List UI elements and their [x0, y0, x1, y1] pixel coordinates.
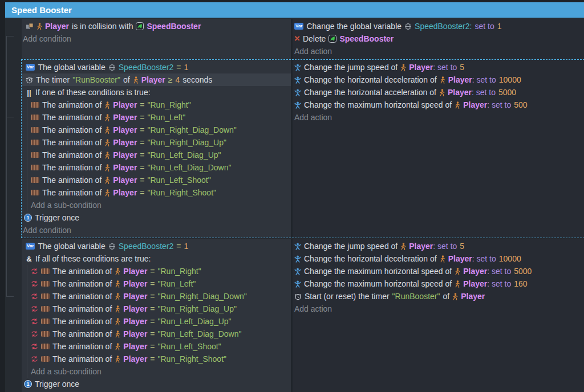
add-action-button[interactable]: Add action — [293, 45, 584, 58]
animation-icon — [31, 165, 39, 170]
of-text: of — [123, 75, 130, 84]
action-start-timer[interactable]: Start (or reset) the timer "RunBooster" … — [293, 290, 584, 303]
condition-collision[interactable]: Player is in collision with SpeedBooster — [22, 20, 291, 32]
animation-icon — [41, 318, 50, 324]
globe-icon — [404, 23, 412, 30]
condition-trigger-once[interactable]: 1 Trigger once — [22, 211, 291, 224]
timer-icon — [294, 293, 302, 300]
invert-condition-icon — [31, 318, 38, 325]
action-max-horizontal-speed[interactable]: Change the maximum horizontal speed of P… — [293, 99, 584, 111]
sub-condition-animation[interactable]: The animation of Player = "Run_Right_Sho… — [27, 186, 291, 199]
player-icon — [115, 343, 120, 350]
collision-icon — [26, 23, 34, 30]
condition-or-group[interactable]: || If one of these conditions is true: — [22, 86, 291, 99]
animation-icon — [41, 331, 50, 337]
add-sub-condition-button[interactable]: Add a sub-condition — [27, 199, 291, 211]
player-icon — [104, 164, 110, 172]
sub-condition-animation-inverted[interactable]: The animation of Player = "Run_Right" — [27, 265, 291, 277]
action-delete-object[interactable]: × Delete SpeedBooster — [293, 32, 584, 45]
suffix-text: seconds — [182, 75, 212, 84]
add-sub-condition-button[interactable]: Add a sub-condition — [27, 365, 291, 378]
sub-condition-animation[interactable]: The animation of Player = "Run_Left" — [27, 111, 291, 124]
event-group-title: Speed Booster — [11, 5, 72, 15]
value: 4 — [175, 75, 180, 84]
sub-condition-animation-inverted[interactable]: The animation of Player = "Run_Left_Diag… — [27, 315, 291, 328]
event1-conditions-column: Player is in collision with SpeedBooster… — [22, 19, 291, 59]
sub-condition-animation[interactable]: The animation of Player = "Run_Right_Dia… — [27, 124, 291, 136]
condition-text: is in collision with — [72, 22, 133, 31]
set-to-text: set to — [474, 22, 494, 31]
player-icon — [400, 243, 406, 250]
globe-icon — [108, 243, 116, 250]
condition-text: The global variable — [38, 242, 105, 251]
add-condition-button[interactable]: Add condition — [22, 224, 291, 236]
player-icon — [104, 114, 110, 121]
delete-icon: × — [294, 34, 300, 43]
gutter-tick — [6, 36, 14, 36]
object-name: SpeedBooster — [339, 34, 394, 43]
invert-condition-icon — [31, 330, 38, 337]
object-name: Player — [461, 292, 485, 301]
action-jump-speed[interactable]: Change the jump speed of Player: set to … — [293, 240, 584, 252]
invert-condition-icon — [31, 343, 38, 350]
operator: = — [176, 242, 181, 251]
sub-condition-animation-inverted[interactable]: The animation of Player = "Run_Left" — [27, 277, 291, 290]
condition-text: The global variable — [38, 63, 105, 72]
invert-condition-icon — [31, 356, 38, 362]
action-horizontal-deceleration[interactable]: Change the horizontal deceleration of Pl… — [293, 252, 584, 265]
action-max-horizontal-speed[interactable]: Change the maximum horizontal speed of P… — [293, 277, 584, 290]
operator: = — [176, 63, 181, 72]
player-icon — [104, 152, 110, 159]
event-group-header[interactable]: Speed Booster — [5, 2, 584, 18]
action-horizontal-deceleration[interactable]: Change the horizontal deceleration of Pl… — [293, 74, 584, 86]
sub-condition-animation[interactable]: The animation of Player = "Run_Right" — [27, 99, 291, 111]
add-action-button[interactable]: Add action — [293, 303, 584, 315]
player-icon — [115, 305, 120, 313]
animation-icon — [31, 177, 39, 183]
add-action-button[interactable]: Add action — [293, 111, 584, 124]
action-set-global-variable[interactable]: Var Change the global variable SpeedBoos… — [293, 20, 584, 32]
or-icon: || — [26, 88, 33, 97]
sub-condition-animation[interactable]: The animation of Player = "Run_Right_Dia… — [27, 136, 291, 149]
player-icon — [452, 293, 458, 300]
sub-condition-animation-inverted[interactable]: The animation of Player = "Run_Left_Diag… — [27, 328, 291, 340]
player-icon — [36, 23, 42, 30]
condition-global-variable[interactable]: Var The global variable SpeedBooster2 = … — [22, 240, 291, 252]
condition-timer[interactable]: The timer "RunBooster" of Player ≥ 4 sec… — [22, 74, 291, 86]
sub-condition-animation-inverted[interactable]: The animation of Player = "Run_Right_Dia… — [27, 303, 291, 315]
player-icon — [133, 76, 139, 84]
platformer-behavior-icon — [294, 89, 301, 96]
gutter-tick — [6, 296, 14, 297]
animation-icon — [41, 306, 50, 312]
action-max-horizontal-speed[interactable]: Change the maximum horizontal speed of P… — [293, 265, 584, 277]
variable-icon: Var — [294, 23, 303, 30]
and-icon: & — [26, 255, 33, 263]
event2-actions-column: Change the jump speed of Player: set to … — [293, 60, 584, 238]
sub-condition-animation[interactable]: The animation of Player = "Run_Left_Diag… — [27, 149, 291, 161]
condition-trigger-once[interactable]: 1 Trigger once — [22, 378, 291, 390]
event2-conditions-column: Var The global variable SpeedBooster2 = … — [22, 60, 291, 238]
object-name: Player — [141, 75, 165, 84]
animation-icon — [41, 344, 50, 349]
condition-global-variable[interactable]: Var The global variable SpeedBooster2 = … — [22, 61, 291, 74]
variable-icon: Var — [26, 243, 35, 250]
condition-and-group[interactable]: & If all of these conditions are true: — [22, 252, 291, 265]
sub-condition-animation-inverted[interactable]: The animation of Player = "Run_Right_Sho… — [27, 353, 291, 365]
sub-condition-animation[interactable]: The animation of Player = "Run_Left_Diag… — [27, 161, 291, 174]
timer-name: "RunBooster" — [72, 75, 120, 84]
action-jump-speed[interactable]: Change the jump speed of Player: set to … — [293, 61, 584, 74]
animation-icon — [41, 281, 50, 287]
add-condition-button[interactable]: Add condition — [22, 32, 291, 45]
platformer-behavior-icon — [294, 243, 301, 250]
object-name: Player — [45, 22, 69, 31]
platformer-behavior-icon — [294, 268, 301, 275]
player-icon — [455, 101, 460, 109]
action-horizontal-acceleration[interactable]: Change the horizontal acceleration of Pl… — [293, 86, 584, 99]
animation-icon — [31, 190, 39, 195]
variable-icon: Var — [26, 64, 35, 71]
sub-condition-animation[interactable]: The animation of Player = "Run_Left_Shoo… — [27, 174, 291, 186]
sub-condition-animation-inverted[interactable]: The animation of Player = "Run_Right_Dia… — [27, 290, 291, 303]
event3-sub-conditions: The animation of Player = "Run_Right" Th… — [27, 265, 291, 378]
sub-condition-animation-inverted[interactable]: The animation of Player = "Run_Left_Shoo… — [27, 340, 291, 353]
event-block-2: Var The global variable SpeedBooster2 = … — [22, 60, 584, 238]
